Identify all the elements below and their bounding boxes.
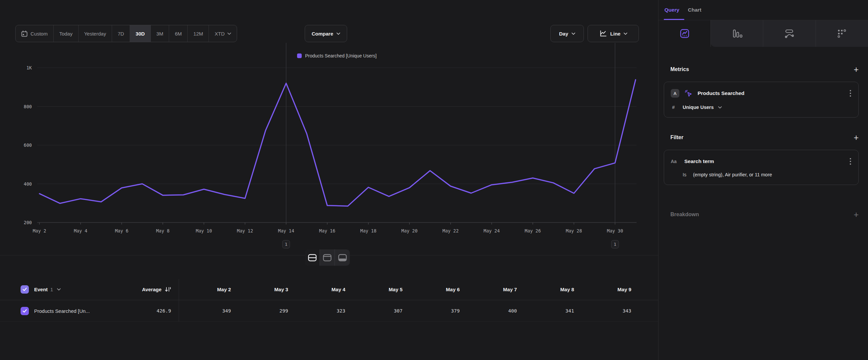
layout-toggle-group [305, 249, 350, 266]
table-day-header[interactable]: May 2 [179, 279, 237, 300]
x-axis-label: May 14 [278, 228, 294, 233]
analytics-app: CustomTodayYesterday7D30D3M6M12MXTD Comp… [0, 0, 868, 360]
filter-value[interactable]: (empty string), Air purifier, or 11 more [693, 172, 772, 177]
metrics-section: Metrics + A Products Searched # Unique U… [658, 65, 868, 117]
string-type-icon: Aa [671, 159, 679, 164]
table-day-value: 400 [465, 300, 523, 322]
metric-card[interactable]: A Products Searched # Unique Users [664, 82, 859, 117]
tab-funnels[interactable] [711, 20, 763, 47]
compare-label: Compare [312, 31, 333, 36]
table-day-value: 299 [237, 300, 294, 322]
add-breakdown-button[interactable]: + [854, 210, 859, 219]
split-view-icon [308, 254, 317, 261]
results-table: Event 1 Average May 2May 3May 4May 5May … [0, 279, 658, 322]
table-day-header[interactable]: May 8 [522, 279, 580, 300]
sidebar-tabs: Query Chart [658, 0, 868, 20]
table-day-header[interactable]: May 9 [580, 279, 637, 300]
x-axis-label: May 20 [402, 228, 418, 233]
table-view-icon [338, 254, 347, 261]
x-axis-label: May 4 [74, 228, 88, 233]
x-axis-label: May 28 [566, 228, 582, 233]
x-axis-label: May 22 [443, 228, 459, 233]
chevron-down-icon[interactable] [718, 106, 722, 109]
table-day-value: 379 [408, 300, 465, 322]
add-metric-button[interactable]: + [854, 65, 859, 74]
report-type-tab-group [711, 20, 868, 47]
filter-menu-button[interactable] [848, 157, 852, 166]
x-axis-label: May 26 [525, 228, 541, 233]
table-day-value: 349 [179, 300, 237, 322]
table-data-row: Products Searched [Un... 426.9 349299323… [0, 300, 658, 322]
x-axis-label: May 6 [115, 228, 129, 233]
x-axis-label: May 8 [156, 228, 170, 233]
check-icon [23, 309, 27, 313]
x-axis-label: May 2 [33, 228, 46, 233]
table-day-value: 341 [522, 300, 580, 322]
tab-flows[interactable] [763, 20, 815, 47]
metric-event-name: Products Searched [698, 90, 843, 96]
average-value: 426.9 [156, 308, 171, 313]
breakdown-heading: Breakdown [671, 212, 699, 218]
table-day-header[interactable]: May 4 [293, 279, 351, 300]
x-axis-label: May 30 [607, 228, 623, 233]
filter-card[interactable]: Aa Search term Is (empty string), Air pu… [664, 150, 859, 185]
x-axis-label: May 12 [237, 228, 253, 233]
y-axis-label: 200 [24, 220, 32, 225]
sort-icon[interactable] [165, 286, 171, 292]
annotation-badge[interactable]: 1 [611, 240, 619, 248]
filter-section: Filter + Aa Search term Is (empty string… [658, 133, 868, 185]
layout-table-button[interactable] [335, 249, 350, 266]
filter-heading: Filter [671, 135, 683, 140]
event-icon [684, 89, 692, 98]
tab-retention[interactable] [816, 20, 868, 47]
average-header: Average [142, 286, 161, 292]
event-count: 1 [51, 286, 53, 292]
tab-chart[interactable]: Chart [688, 0, 701, 20]
chevron-down-icon [337, 32, 340, 35]
y-axis-label: 800 [24, 104, 32, 109]
table-day-header[interactable]: May 3 [237, 279, 294, 300]
funnels-icon [732, 29, 742, 38]
metrics-heading: Metrics [671, 66, 689, 73]
series-checkbox[interactable] [21, 307, 29, 315]
aggregation-label: Unique Users [683, 105, 713, 110]
x-axis-label: May 18 [361, 228, 377, 233]
chevron-down-icon[interactable] [57, 288, 61, 290]
table-day-header[interactable]: May 7 [465, 279, 523, 300]
table-day-value: 307 [351, 300, 408, 322]
chevron-down-icon [624, 32, 627, 35]
series-line[interactable] [39, 80, 636, 206]
table-day-header[interactable]: May 5 [351, 279, 408, 300]
check-icon [23, 287, 27, 291]
y-axis-label: 1K [27, 65, 32, 71]
granularity-label: Day [559, 31, 568, 36]
metric-menu-button[interactable] [848, 89, 852, 98]
annotation-badge[interactable]: 1 [282, 240, 290, 248]
table-day-header[interactable]: May 6 [408, 279, 465, 300]
metric-row-id: A [671, 89, 679, 98]
line-chart-icon [599, 30, 607, 37]
y-axis-label: 600 [24, 142, 32, 148]
retention-icon [837, 29, 847, 38]
select-all-checkbox[interactable] [21, 285, 29, 294]
tab-insights[interactable] [658, 20, 711, 47]
aggregation-symbol: # [672, 105, 678, 110]
layout-split-button[interactable] [305, 249, 320, 266]
breakdown-section: Breakdown + [658, 210, 868, 219]
chart-canvas: 2004006008001KMay 2May 4May 6May 8May 10… [0, 38, 658, 257]
insights-icon [680, 29, 690, 38]
x-axis-label: May 16 [319, 228, 336, 233]
flows-icon [784, 29, 795, 38]
chevron-down-icon [227, 32, 231, 35]
filter-operator[interactable]: Is [683, 172, 686, 177]
event-header: Event [34, 286, 48, 292]
add-filter-button[interactable]: + [854, 133, 859, 142]
tab-query[interactable]: Query [664, 0, 679, 20]
series-row-label: Products Searched [Un... [34, 308, 90, 314]
table-header-row: Event 1 Average May 2May 3May 4May 5May … [0, 279, 658, 300]
report-type-tabs [658, 20, 868, 47]
line-chart: 2004006008001KMay 2May 4May 6May 8May 10… [0, 38, 658, 257]
layout-chart-button[interactable] [320, 249, 335, 266]
y-axis-label: 400 [24, 181, 32, 187]
filter-property-name: Search term [684, 159, 843, 164]
